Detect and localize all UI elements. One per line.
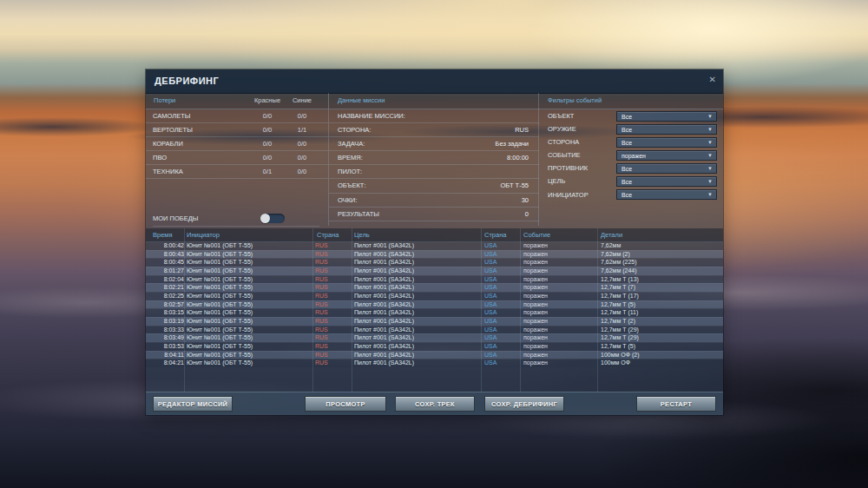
- mission-row: РЕЗУЛЬТАТЫ 0: [329, 208, 539, 221]
- dialog-title: ДЕБРИФИНГ: [155, 76, 219, 86]
- event-initiator: Юнит №001 (ОБТ Т-55): [187, 284, 312, 292]
- event-row[interactable]: 8:00:43 Юнит №001 (ОБТ Т-55) RUS Пилот #…: [146, 250, 723, 259]
- losses-header-row: Потери Красные Синие: [146, 93, 328, 109]
- event-row[interactable]: 8:00:42 Юнит №001 (ОБТ Т-55) RUS Пилот #…: [146, 241, 723, 250]
- event-row[interactable]: 8:01:27 Юнит №001 (ОБТ Т-55) RUS Пилот #…: [146, 267, 723, 275]
- chevron-down-icon: ▼: [707, 112, 713, 122]
- event-initiator: Юнит №001 (ОБТ Т-55): [187, 267, 312, 275]
- filter-dropdown[interactable]: Все▼: [616, 189, 717, 200]
- loss-red-value: 0/0: [250, 123, 285, 136]
- view-button[interactable]: ПРОСМОТР: [305, 396, 386, 412]
- event-country-initiator: RUS: [315, 267, 350, 275]
- event-country-initiator: RUS: [315, 318, 350, 326]
- event-time: 8:02:57: [153, 301, 184, 309]
- mission-title: Данные миссии: [329, 93, 539, 109]
- event-row[interactable]: 8:03:33 Юнит №001 (ОБТ Т-55) RUS Пилот #…: [146, 326, 723, 334]
- mission-label: ВРЕМЯ:: [338, 151, 363, 164]
- event-row[interactable]: 8:04:11 Юнит №001 (ОБТ Т-55) RUS Пилот #…: [146, 351, 723, 359]
- event-target: Пилот #001 (SA342L): [354, 343, 479, 351]
- loss-label: КОРАБЛИ: [153, 137, 250, 150]
- event-country-target: USA: [484, 293, 519, 300]
- loss-blue-value: 0/0: [285, 165, 319, 178]
- event-target: Пилот #001 (SA342L): [354, 326, 479, 334]
- event-type: поражен: [523, 267, 596, 275]
- event-type: поражен: [523, 334, 596, 342]
- mission-label: ПИЛОТ:: [338, 165, 362, 178]
- event-row[interactable]: 8:03:15 Юнит №001 (ОБТ Т-55) RUS Пилот #…: [146, 308, 723, 317]
- filter-row: ПРОТИВНИК Все▼: [539, 162, 723, 175]
- event-details: 12,7мм Т (2): [601, 318, 713, 326]
- loss-red-value: 0/0: [250, 137, 285, 150]
- event-country-target: USA: [484, 259, 519, 267]
- chevron-down-icon: ▼: [707, 138, 713, 148]
- mission-value: RUS: [515, 123, 529, 136]
- filters-header-row: Фильтры событий: [539, 93, 723, 109]
- losses-panel: Потери Красные Синие САМОЛЕТЫ 0/0 0/0 ВЕ…: [146, 93, 328, 226]
- col-event: Событие: [523, 228, 550, 241]
- event-row[interactable]: 8:02:21 Юнит №001 (ОБТ Т-55) RUS Пилот #…: [146, 283, 723, 292]
- event-target: Пилот #001 (SA342L): [354, 352, 479, 359]
- col-country-2: Страна: [484, 228, 507, 241]
- mission-row: ПИЛОТ:: [329, 165, 539, 179]
- mission-data-panel: Данные миссии НАЗВАНИЕ МИССИИ: СТОРОНА: …: [328, 93, 539, 226]
- mission-label: ОБЪЕКТ:: [338, 179, 365, 192]
- filter-label: СОБЫТИЕ: [548, 151, 581, 159]
- event-row[interactable]: 8:02:04 Юнит №001 (ОБТ Т-55) RUS Пилот #…: [146, 275, 723, 284]
- event-target: Пилот #001 (SA342L): [354, 284, 479, 292]
- event-row[interactable]: 8:00:45 Юнит №001 (ОБТ Т-55) RUS Пилот #…: [146, 258, 723, 267]
- mission-label: НАЗВАНИЕ МИССИИ:: [338, 109, 405, 122]
- mission-label: ЗАДАЧА:: [338, 137, 365, 150]
- mission-row: ОЧКИ: 30: [329, 194, 539, 208]
- event-type: поражен: [523, 359, 596, 367]
- filter-dropdown[interactable]: поражен▼: [616, 150, 717, 161]
- close-icon[interactable]: ✕: [709, 75, 716, 84]
- event-details: 12,7мм Т (5): [601, 301, 713, 309]
- event-country-initiator: RUS: [315, 343, 350, 351]
- event-row[interactable]: 8:03:49 Юнит №001 (ОБТ Т-55) RUS Пилот #…: [146, 333, 723, 342]
- chevron-down-icon: ▼: [707, 151, 713, 161]
- event-type: поражен: [523, 242, 596, 250]
- restart-button[interactable]: РЕСТАРТ: [636, 396, 716, 412]
- event-row[interactable]: 8:02:25 Юнит №001 (ОБТ Т-55) RUS Пилот #…: [146, 292, 723, 300]
- event-country-initiator: RUS: [315, 359, 350, 367]
- event-target: Пилот #001 (SA342L): [354, 359, 479, 367]
- save-debriefing-button[interactable]: СОХР. ДЕБРИФИНГ: [484, 396, 564, 412]
- event-type: поражен: [523, 318, 596, 326]
- my-victories-toggle[interactable]: [260, 214, 285, 223]
- filter-dropdown[interactable]: Все▼: [616, 163, 717, 174]
- event-row[interactable]: 8:03:53 Юнит №001 (ОБТ Т-55) RUS Пилот #…: [146, 342, 723, 351]
- debriefing-dialog: ДЕБРИФИНГ ✕ Потери Красные Синие САМОЛЕТ…: [146, 69, 723, 415]
- event-country-initiator: RUS: [315, 284, 350, 292]
- filter-dropdown[interactable]: Все▼: [616, 176, 717, 187]
- event-time: 8:03:53: [153, 343, 184, 351]
- event-row[interactable]: 8:03:19 Юнит №001 (ОБТ Т-55) RUS Пилот #…: [146, 317, 723, 326]
- chevron-down-icon: ▼: [707, 125, 713, 135]
- event-country-initiator: RUS: [315, 276, 350, 284]
- col-time: Время: [153, 228, 173, 241]
- save-track-button[interactable]: СОХР. ТРЕК: [395, 396, 475, 412]
- filter-dropdown[interactable]: Все▼: [616, 111, 717, 122]
- mission-editor-button[interactable]: РЕДАКТОР МИССИЙ: [153, 396, 233, 412]
- event-time: 8:02:21: [153, 284, 184, 292]
- event-country-initiator: RUS: [315, 301, 350, 309]
- mission-row: ВРЕМЯ: 8:00:00: [329, 151, 539, 165]
- event-type: поражен: [523, 259, 596, 267]
- chevron-down-icon: ▼: [707, 164, 713, 174]
- loss-label: ВЕРТОЛЕТЫ: [153, 123, 250, 136]
- event-initiator: Юнит №001 (ОБТ Т-55): [187, 359, 312, 367]
- mission-value: Без задачи: [495, 137, 529, 150]
- event-type: поражен: [523, 284, 596, 292]
- event-row[interactable]: 8:04:21 Юнит №001 (ОБТ Т-55) RUS Пилот #…: [146, 359, 723, 367]
- event-country-initiator: RUS: [315, 309, 350, 317]
- event-row[interactable]: 8:02:57 Юнит №001 (ОБТ Т-55) RUS Пилот #…: [146, 300, 723, 309]
- event-details: 100мм ОФ: [601, 359, 713, 367]
- filter-dropdown[interactable]: Все▼: [616, 137, 717, 148]
- mission-label: РЕЗУЛЬТАТЫ: [338, 208, 379, 221]
- dialog-footer: РЕДАКТОР МИССИЙ ПРОСМОТР СОХР. ТРЕК СОХР…: [146, 392, 723, 415]
- event-country-target: USA: [484, 334, 519, 342]
- filter-dropdown[interactable]: Все▼: [616, 124, 717, 135]
- mission-row: ЗАДАЧА: Без задачи: [329, 137, 539, 151]
- mission-label: ОЧКИ:: [338, 194, 358, 207]
- event-initiator: Юнит №001 (ОБТ Т-55): [187, 334, 312, 342]
- event-target: Пилот #001 (SA342L): [354, 276, 479, 284]
